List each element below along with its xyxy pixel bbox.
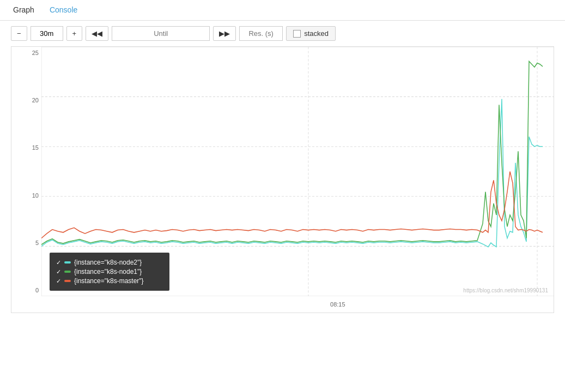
legend-color-node1: [64, 271, 71, 273]
legend-label-master: {instance="k8s-master"}: [74, 277, 144, 285]
chart-area: 0 5 10 15 20 25: [11, 46, 554, 313]
legend-color-master: [64, 280, 71, 282]
y-label-25: 25: [11, 50, 39, 56]
res-input[interactable]: [239, 26, 283, 41]
stacked-btn[interactable]: stacked: [286, 26, 336, 41]
legend-item-master: ✓ {instance="k8s-master"}: [56, 277, 163, 285]
tab-graph[interactable]: Graph: [5, 0, 42, 21]
rewind-btn[interactable]: ◀◀: [86, 26, 108, 41]
until-input[interactable]: [112, 26, 210, 41]
chart-container: 0 5 10 15 20 25: [11, 46, 554, 313]
y-label-15: 15: [11, 144, 39, 151]
y-label-20: 20: [11, 97, 39, 103]
legend-item-node2: ✓ {instance="k8s-node2"}: [56, 259, 163, 266]
tab-bar: Graph Console: [0, 0, 565, 21]
tab-console[interactable]: Console: [42, 0, 85, 21]
y-label-0: 0: [11, 287, 39, 293]
forward-btn[interactable]: ▶▶: [213, 26, 236, 41]
y-label-10: 10: [11, 192, 39, 199]
toolbar: − + ◀◀ ▶▶ stacked: [0, 21, 565, 46]
y-label-5: 5: [11, 240, 39, 246]
time-range-input[interactable]: [31, 26, 63, 41]
legend-color-node2: [64, 261, 71, 264]
x-axis: 08:15 08:30: [41, 296, 554, 313]
stacked-label: stacked: [304, 29, 329, 38]
legend: ✓ {instance="k8s-node2"} ✓ {instance="k8…: [50, 253, 169, 291]
legend-item-node1: ✓ {instance="k8s-node1"}: [56, 268, 163, 275]
y-axis: 0 5 10 15 20 25: [11, 47, 41, 296]
increase-time-btn[interactable]: +: [66, 26, 83, 41]
legend-label-node1: {instance="k8s-node1"}: [74, 268, 142, 275]
watermark: https://blog.csdn.net/shm19990131: [463, 287, 548, 293]
x-label-0815: 08:15: [330, 301, 345, 308]
decrease-time-btn[interactable]: −: [11, 26, 27, 41]
stacked-checkbox: [293, 30, 301, 38]
legend-label-node2: {instance="k8s-node2"}: [74, 259, 142, 266]
